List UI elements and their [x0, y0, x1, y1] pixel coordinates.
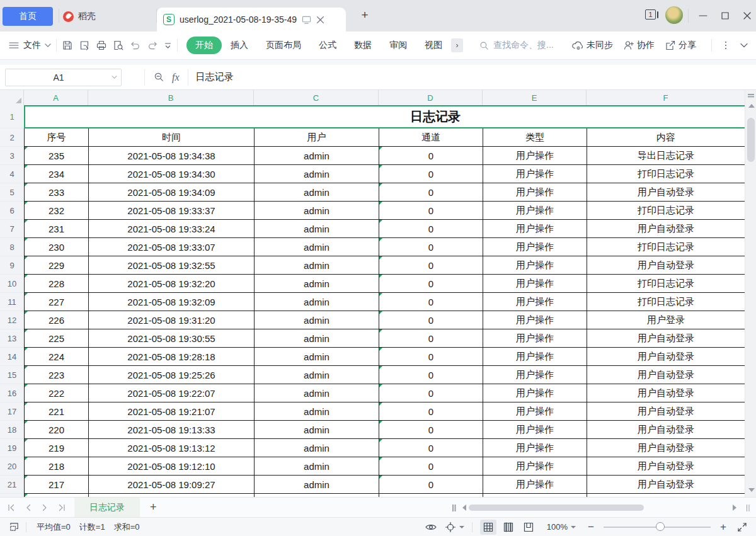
cell-time[interactable]: 2021-05-08 19:33:24: [89, 220, 255, 237]
cell-content[interactable]: 导出日志记录: [587, 147, 745, 164]
cell-seq[interactable]: 217: [25, 476, 89, 493]
cell-time[interactable]: 2021-05-08 19:13:33: [89, 421, 255, 438]
cell-type[interactable]: 用户操作: [483, 238, 587, 256]
zoom-in-button[interactable]: +: [717, 521, 730, 533]
cell-channel[interactable]: 0: [379, 439, 483, 457]
table-header-cell[interactable]: 时间: [89, 128, 255, 146]
cell-type[interactable]: 用户操作: [483, 311, 587, 329]
row-header[interactable]: 16: [0, 384, 24, 402]
row-header[interactable]: 20: [0, 457, 24, 476]
more-options-icon[interactable]: [721, 40, 730, 51]
row-header[interactable]: 7: [0, 220, 24, 238]
ribbon-tab[interactable]: 公式: [319, 40, 336, 51]
cell-channel[interactable]: 0: [379, 238, 483, 256]
cell-content[interactable]: 用户自动登录: [587, 457, 745, 475]
horizontal-scrollbar[interactable]: [452, 498, 756, 518]
cell-seq[interactable]: 229: [25, 256, 89, 274]
cell-seq[interactable]: 226: [25, 311, 89, 329]
cell-type[interactable]: 用户操作: [483, 384, 587, 402]
view-normal-button[interactable]: [480, 520, 496, 535]
table-row[interactable]: 19 219 2021-05-08 19:13:12 admin 0 用户操作 …: [0, 439, 745, 457]
cell-content[interactable]: 用户自动登录: [587, 366, 745, 384]
sheet-tab-active[interactable]: 日志记录: [74, 498, 140, 517]
fullscreen-icon[interactable]: [737, 522, 747, 532]
cell-seq[interactable]: 235: [25, 147, 89, 164]
share-button[interactable]: 分享: [665, 40, 696, 51]
close-document-icon[interactable]: [316, 16, 324, 24]
table-header-cell[interactable]: 用户: [255, 128, 379, 146]
cell-content[interactable]: 用户自动登录: [587, 384, 745, 402]
locate-crosshair-icon[interactable]: [445, 522, 456, 533]
cell-user[interactable]: admin: [255, 366, 379, 384]
cell-channel[interactable]: 0: [379, 147, 483, 164]
cell-content[interactable]: 用户自动登录: [587, 402, 745, 420]
ribbon-tab[interactable]: 数据: [354, 40, 372, 51]
row-header[interactable]: 10: [0, 275, 24, 293]
cell-content[interactable]: 用户自动登录: [587, 348, 745, 365]
cell-content[interactable]: 用户自动登录: [587, 329, 745, 347]
cell-type[interactable]: 用户操作: [483, 439, 587, 457]
cell-user[interactable]: admin: [255, 165, 379, 183]
cell-content[interactable]: 用户自动登录: [587, 220, 745, 237]
cell-content[interactable]: 用户自动登录: [587, 183, 745, 201]
cell-content[interactable]: 打印日志记录: [587, 293, 745, 311]
ribbon-tab[interactable]: 审阅: [389, 40, 407, 51]
cell-user[interactable]: admin: [255, 476, 379, 493]
table-row[interactable]: 11 227 2021-05-08 19:32:09 admin 0 用户操作 …: [0, 293, 745, 311]
cell-channel[interactable]: 0: [379, 202, 483, 219]
cell-channel[interactable]: 0: [379, 311, 483, 329]
cell-type[interactable]: 用户操作: [483, 457, 587, 475]
cell-channel[interactable]: 0: [379, 421, 483, 438]
cell-type[interactable]: 用户操作: [483, 329, 587, 347]
view-page-break-button[interactable]: [520, 520, 537, 535]
cell-mode-icon[interactable]: [9, 522, 20, 532]
table-header-row[interactable]: 2 序号时间用户通道类型内容: [0, 128, 745, 147]
eye-protect-icon[interactable]: [425, 522, 437, 532]
vertical-scroll-thumb[interactable]: [747, 118, 755, 162]
print-button[interactable]: [96, 40, 107, 51]
cell-seq[interactable]: 232: [25, 202, 89, 219]
row-header[interactable]: 21: [0, 476, 24, 494]
cell-user[interactable]: admin: [255, 384, 379, 402]
table-header-cell[interactable]: 类型: [483, 128, 587, 146]
tab-start[interactable]: 开始: [186, 37, 222, 54]
ribbon-tab[interactable]: 页面布局: [266, 40, 301, 51]
cell-user[interactable]: admin: [255, 439, 379, 457]
last-sheet-button[interactable]: [58, 504, 66, 511]
table-row[interactable]: 16 222 2021-05-08 19:22:07 admin 0 用户操作 …: [0, 384, 745, 402]
next-sheet-button[interactable]: [42, 504, 48, 511]
table-row[interactable]: 7 231 2021-05-08 19:33:24 admin 0 用户操作 用…: [0, 220, 745, 238]
formula-input[interactable]: 日志记录: [196, 71, 234, 83]
table-row[interactable]: 9 229 2021-05-08 19:32:55 admin 0 用户操作 用…: [0, 256, 745, 275]
cell-user[interactable]: admin: [255, 402, 379, 420]
cell-channel[interactable]: 0: [379, 476, 483, 493]
table-row[interactable]: 13 225 2021-05-08 19:30:55 admin 0 用户操作 …: [0, 329, 745, 348]
row-header[interactable]: 15: [0, 366, 24, 384]
row-header[interactable]: 13: [0, 329, 24, 348]
cell-content[interactable]: 打印日志记录: [587, 238, 745, 256]
zoom-formula-icon[interactable]: [154, 72, 164, 83]
cell-time[interactable]: 2021-05-08 19:34:38: [89, 147, 255, 164]
cell-user[interactable]: admin: [255, 256, 379, 274]
undo-button[interactable]: [130, 40, 141, 51]
cell-time[interactable]: 2021-05-08 19:28:18: [89, 348, 255, 365]
sync-status-button[interactable]: 未同步: [571, 40, 613, 51]
cell-channel[interactable]: 0: [379, 256, 483, 274]
select-all-corner[interactable]: [0, 90, 24, 105]
table-header-cell[interactable]: 序号: [25, 128, 89, 146]
zoom-level[interactable]: 100%: [547, 522, 568, 532]
avatar[interactable]: [665, 6, 683, 24]
collaborate-button[interactable]: 协作: [623, 40, 655, 51]
window-manage-button[interactable]: 1: [645, 9, 658, 20]
cell-user[interactable]: admin: [255, 275, 379, 292]
table-row[interactable]: 10 228 2021-05-08 19:32:20 admin 0 用户操作 …: [0, 275, 745, 293]
scroll-down-arrow[interactable]: [748, 488, 755, 492]
split-handle[interactable]: [452, 505, 454, 511]
print-preview-button[interactable]: [113, 40, 124, 51]
cell-time[interactable]: 2021-05-08 19:32:20: [89, 275, 255, 292]
column-header[interactable]: B: [88, 90, 254, 105]
view-page-layout-button[interactable]: [500, 520, 517, 535]
cell-type[interactable]: 用户操作: [483, 220, 587, 237]
row-header[interactable]: 1: [0, 105, 24, 128]
cell-user[interactable]: admin: [255, 238, 379, 256]
